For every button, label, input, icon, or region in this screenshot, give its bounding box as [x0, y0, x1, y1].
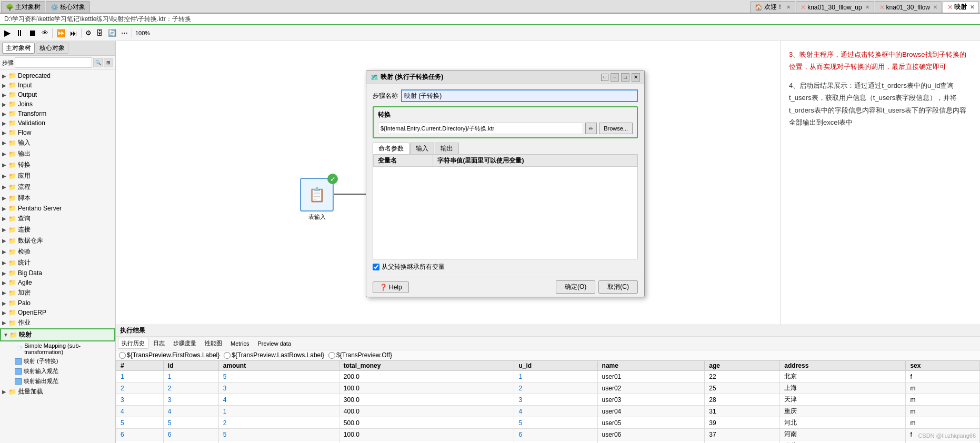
- dialog-icon: 🗺️: [371, 74, 378, 81]
- tree-item-agile[interactable]: ▶📁Agile: [0, 278, 115, 287]
- sub-item-mapping-output[interactable]: 映射输出规范: [0, 376, 115, 386]
- table-row: 665100.06user0637河南f: [116, 429, 980, 440]
- radio-first[interactable]: ${TransPreview.FirstRows.Label}: [119, 351, 219, 359]
- tab-welcome[interactable]: 🏠 欢迎！ ✕: [750, 1, 795, 13]
- trans-section: 转换 ✏ Browse...: [373, 106, 638, 138]
- refresh-button[interactable]: 🔄: [106, 28, 118, 38]
- tree-item-batch[interactable]: ▶📁批量加载: [0, 386, 115, 397]
- params-tab-output[interactable]: 输出: [435, 143, 459, 154]
- tree-item-input[interactable]: ▶📁Input: [0, 80, 115, 90]
- tab-mapping-close[interactable]: ✕: [970, 4, 974, 10]
- tab-main-tree[interactable]: 🌳 主对象树: [1, 1, 45, 13]
- tree-item-encrypt[interactable]: ▶📁加密: [0, 287, 115, 298]
- trans-edit-btn[interactable]: ✏: [585, 123, 597, 134]
- inherit-checkbox-row: 从父转换继承所有变量: [373, 263, 638, 271]
- tree-item-transform-cn[interactable]: ▶📁转换: [0, 159, 115, 170]
- inherit-checkbox[interactable]: [373, 264, 379, 270]
- table-row: 223100.02user0225上海m: [116, 382, 980, 394]
- sub-item-mapping-input[interactable]: 映射输入规范: [0, 366, 115, 376]
- tree-item-transform[interactable]: ▶📁Transform: [0, 109, 115, 118]
- tree-item-stats[interactable]: ▶📁统计: [0, 257, 115, 268]
- sidebar-search-btn[interactable]: 🔍: [93, 58, 103, 67]
- dialog: 🗺️ 映射 (执行子转换任务) □ − □ ✕: [366, 70, 645, 297]
- radio-last[interactable]: ${TransPreview.LastRows.Label}: [224, 351, 324, 359]
- col-sex: sex: [906, 361, 980, 371]
- results-tab-perf[interactable]: 性能图: [201, 338, 226, 349]
- tab-core-obj[interactable]: ⚙️ 核心对象: [46, 1, 90, 13]
- pause-button[interactable]: ⏸: [13, 27, 26, 39]
- sidebar-search-label: 步骤: [2, 59, 14, 67]
- col-id: id: [163, 361, 218, 371]
- db-button[interactable]: 🗄: [94, 28, 105, 38]
- tree-item-mapping[interactable]: ▼ 📁 映射: [0, 328, 115, 341]
- help-icon: ❓: [379, 284, 387, 291]
- tree-item-deprecated[interactable]: ▶📁Deprecated: [0, 71, 115, 80]
- tree-item-apply[interactable]: ▶📁应用: [0, 170, 115, 182]
- tree-item-query[interactable]: ▶📁查询: [0, 213, 115, 224]
- col-u_id: u_id: [514, 361, 597, 371]
- tab-mapping[interactable]: ✕ 映射 ✕: [943, 1, 979, 13]
- results-radio-row: ${TransPreview.FirstRows.Label} ${TransP…: [116, 350, 980, 360]
- results-tab-steps[interactable]: 步骤度量: [169, 338, 200, 349]
- trans-path-input[interactable]: [378, 123, 583, 134]
- tree-item-validation[interactable]: ▶📁Validation: [0, 118, 115, 128]
- tree-item-openerp[interactable]: ▶📁OpenERP: [0, 308, 115, 317]
- tree-item-script[interactable]: ▶📁脚本: [0, 193, 115, 204]
- tab-fllow-close[interactable]: ✕: [933, 4, 937, 10]
- col-var-name: 变量名: [374, 155, 433, 167]
- step-run-button[interactable]: ⏭: [68, 28, 79, 38]
- dialog-maximize-btn[interactable]: □: [621, 73, 629, 82]
- sidebar-tab-main[interactable]: 主对象树: [2, 43, 35, 54]
- radio-off[interactable]: ${TransPreview.Off}: [328, 351, 392, 359]
- tree-item-joins[interactable]: ▶📁Joins: [0, 99, 115, 109]
- tab-fllow-up[interactable]: ✕ kna01_30_fllow_up ✕: [796, 1, 874, 13]
- tree-item-output-cn[interactable]: ▶📁输出: [0, 148, 115, 159]
- ok-button[interactable]: 确定(O): [556, 280, 595, 294]
- results-tab-metrics[interactable]: Metrics: [227, 339, 253, 348]
- results-tab-history[interactable]: 执行历史: [118, 338, 148, 349]
- cancel-button[interactable]: 取消(C): [598, 280, 638, 294]
- results-tab-preview[interactable]: Preview data: [254, 339, 295, 348]
- help-button[interactable]: ❓ Help: [373, 281, 409, 293]
- tree-item-flow-cn[interactable]: ▶📁流程: [0, 182, 115, 193]
- settings-button[interactable]: ⚙: [83, 28, 94, 38]
- tab-fllow-up-close[interactable]: ✕: [865, 4, 869, 10]
- canvas: 📋 ✓ 表输入 🗺️ ✓ 映射 (子转换): [116, 41, 980, 325]
- tree-item-dw[interactable]: ▶📁数据仓库: [0, 235, 115, 246]
- mapping-tab-icon: ✕: [947, 4, 953, 11]
- stop-button[interactable]: ⏹: [26, 27, 39, 39]
- tree-item-job[interactable]: ▶📁作业: [0, 317, 115, 328]
- tree-item-pentaho[interactable]: ▶📁Pentaho Server: [0, 204, 115, 213]
- tab-fllow-up-label: kna01_30_fllow_up: [807, 4, 862, 11]
- dialog-close-btn[interactable]: ✕: [632, 73, 640, 82]
- zoom-label: 100%: [134, 30, 152, 36]
- tree-item-flow[interactable]: ▶📁Flow: [0, 128, 115, 137]
- sidebar-search-input[interactable]: [15, 57, 92, 68]
- results-tab-log[interactable]: 日志: [149, 338, 168, 349]
- tree-item-input-cn[interactable]: ▶📁输入: [0, 137, 115, 148]
- sidebar-tab-core[interactable]: 核心对象: [36, 43, 68, 54]
- tree-item-bigdata[interactable]: ▶📁Big Data: [0, 268, 115, 278]
- more-button[interactable]: ⋯: [119, 28, 130, 38]
- tab-welcome-close[interactable]: ✕: [786, 4, 791, 10]
- sub-item-simple-mapping[interactable]: 📄 Simple Mapping (sub-transformation): [0, 341, 115, 356]
- fast-forward-button[interactable]: ⏩: [54, 28, 67, 38]
- params-tab-input[interactable]: 输入: [410, 143, 434, 154]
- tree-item-connect[interactable]: ▶📁连接: [0, 224, 115, 235]
- col-var-value: 字符串值(里面里可以使用变量): [433, 155, 637, 167]
- browse-btn[interactable]: Browse...: [599, 123, 633, 134]
- run-button[interactable]: ▶: [2, 27, 13, 39]
- tree-item-output[interactable]: ▶📁Output: [0, 90, 115, 99]
- table-row: 115200.01user0122北京f: [116, 371, 980, 382]
- preview-button[interactable]: 👁: [39, 28, 51, 38]
- sub-item-mapping-step[interactable]: 映射 (子转换): [0, 356, 115, 366]
- node-table-input[interactable]: 📋 ✓ 表输入: [300, 178, 334, 221]
- sidebar-expand-btn[interactable]: ⊞: [104, 58, 113, 67]
- csdn-credit: CSDN @liuzhiqiang66: [918, 432, 976, 439]
- params-tab-named[interactable]: 命名参数: [373, 143, 409, 154]
- step-name-input[interactable]: [401, 89, 638, 102]
- tab-fllow[interactable]: ✕ kna01_30_fllow ✕: [875, 1, 942, 13]
- tree-item-validate[interactable]: ▶📁检验: [0, 246, 115, 257]
- tree-item-palo[interactable]: ▶📁Palo: [0, 298, 115, 308]
- dialog-minimize-btn[interactable]: −: [611, 73, 619, 82]
